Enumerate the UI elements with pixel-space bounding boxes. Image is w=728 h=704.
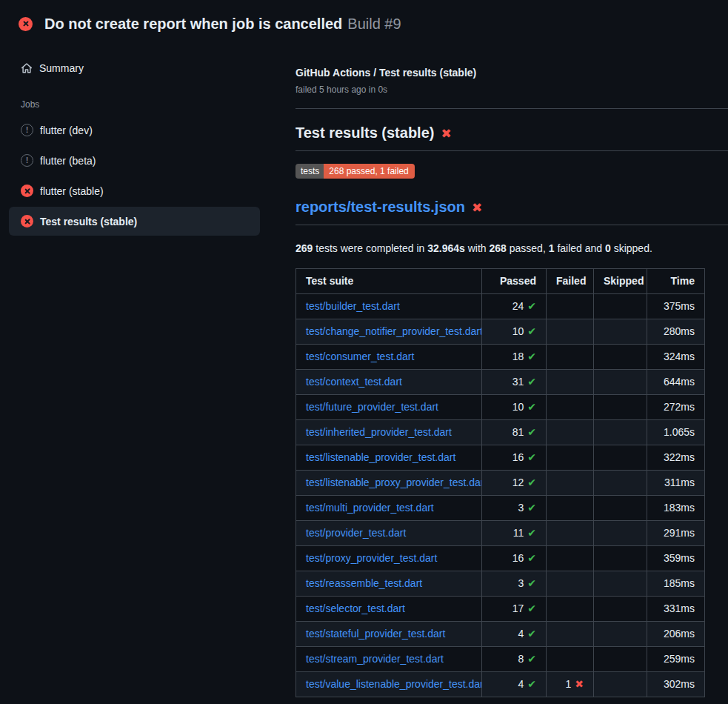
passed-count: 3: [518, 577, 524, 589]
passed-cell: 10✔: [482, 395, 547, 420]
table-row: test/reassemble_test.dart3✔185ms: [296, 571, 705, 597]
suite-link[interactable]: test/selector_test.dart: [306, 602, 405, 614]
cancelled-icon: !: [21, 124, 33, 136]
suite-link[interactable]: test/stream_provider_test.dart: [306, 653, 444, 665]
passed-cell: 16✔: [482, 546, 547, 571]
table-row: test/future_provider_test.dart10✔272ms: [296, 395, 705, 420]
time-cell: 291ms: [647, 521, 705, 546]
check-icon: ✔: [527, 602, 536, 614]
suite-link[interactable]: test/stateful_provider_test.dart: [306, 628, 445, 640]
passed-count: 24: [512, 300, 524, 312]
passed-count: 31: [512, 376, 524, 388]
skipped-cell: [594, 319, 647, 345]
run-status-line: failed 5 hours ago in 0s: [295, 84, 728, 96]
failed-cell: [547, 597, 594, 622]
suite-link[interactable]: test/change_notifier_provider_test.dart: [306, 325, 482, 337]
jobs-list: !flutter (dev)!flutter (beta)flutter (st…: [9, 116, 260, 236]
table-row: test/consumer_test.dart18✔324ms: [296, 345, 705, 370]
check-icon: ✔: [527, 527, 536, 539]
passed-cell: 24✔: [482, 294, 547, 319]
check-icon: ✔: [527, 451, 536, 463]
failed-count: 1: [565, 678, 571, 690]
skipped-cell: [594, 597, 647, 622]
time-cell: 331ms: [647, 597, 705, 622]
suite-link[interactable]: test/reassemble_test.dart: [306, 577, 422, 589]
skipped-cell: [594, 370, 647, 395]
suite-link[interactable]: test/future_provider_test.dart: [306, 401, 438, 413]
passed-count: 16: [512, 451, 524, 463]
suite-cell: test/stateful_provider_test.dart: [296, 622, 482, 647]
sidebar-item-flutter-stable[interactable]: flutter (stable): [9, 176, 260, 205]
passed-count: 8: [518, 653, 524, 665]
sidebar-item-flutter-beta[interactable]: !flutter (beta): [9, 146, 260, 175]
tests-badge: tests 268 passed, 1 failed: [295, 164, 415, 179]
table-row: test/proxy_provider_test.dart16✔359ms: [296, 546, 705, 571]
failed-cell: [547, 345, 594, 370]
failed-cell: [547, 647, 594, 672]
check-icon: ✔: [527, 552, 536, 564]
suite-cell: test/multi_provider_test.dart: [296, 496, 482, 521]
passed-cell: 81✔: [482, 420, 547, 445]
passed-cell: 12✔: [482, 471, 547, 496]
passed-cell: 16✔: [482, 445, 547, 471]
passed-cell: 3✔: [482, 571, 547, 597]
cancelled-icon: !: [21, 154, 33, 167]
passed-count: 3: [518, 502, 524, 514]
skipped-cell: [594, 294, 647, 319]
suite-link[interactable]: test/listenable_proxy_provider_test.dart: [306, 476, 482, 488]
suite-link[interactable]: test/value_listenable_provider_test.dart: [306, 678, 482, 690]
breadcrumb: GitHub Actions / Test results (stable): [295, 65, 728, 80]
check-icon: ✔: [527, 426, 536, 438]
check-icon: ✔: [527, 325, 536, 337]
table-row: test/multi_provider_test.dart3✔183ms: [296, 496, 705, 521]
summary-number: 0: [605, 242, 611, 254]
suite-cell: test/provider_test.dart: [296, 521, 482, 546]
summary-text: failed and: [555, 242, 606, 254]
suite-link[interactable]: test/proxy_provider_test.dart: [306, 552, 437, 564]
check-icon: ✔: [527, 351, 536, 362]
run-header: GitHub Actions / Test results (stable) f…: [295, 65, 728, 96]
summary-text: passed,: [507, 242, 549, 254]
column-header-failed: Failed: [547, 269, 594, 294]
suite-cell: test/future_provider_test.dart: [296, 395, 482, 420]
check-icon: ✔: [527, 628, 536, 640]
summary-line: 269 tests were completed in 32.964s with…: [295, 241, 728, 256]
sidebar-item-summary[interactable]: Summary: [9, 56, 260, 80]
suite-link[interactable]: test/listenable_provider_test.dart: [306, 451, 455, 463]
check-icon: ✔: [527, 376, 536, 388]
suite-link[interactable]: test/multi_provider_test.dart: [306, 502, 434, 514]
suite-cell: test/listenable_proxy_provider_test.dart: [296, 471, 482, 496]
sidebar-item-test-results-stable[interactable]: Test results (stable): [9, 207, 260, 236]
suite-cell: test/proxy_provider_test.dart: [296, 546, 482, 571]
check-icon: ✔: [527, 678, 536, 690]
test-results-table: Test suitePassedFailedSkippedTime test/b…: [295, 268, 705, 697]
suite-link[interactable]: test/context_test.dart: [306, 376, 402, 388]
jobs-section-heading: Jobs: [9, 99, 260, 110]
sidebar-item-flutter-dev[interactable]: !flutter (dev): [9, 116, 260, 145]
table-row: test/selector_test.dart17✔331ms: [296, 597, 705, 622]
suite-cell: test/consumer_test.dart: [296, 345, 482, 370]
time-cell: 302ms: [647, 672, 705, 697]
report-file-link[interactable]: reports/test-results.json: [295, 199, 465, 215]
suite-link[interactable]: test/consumer_test.dart: [306, 351, 414, 362]
suite-link[interactable]: test/inherited_provider_test.dart: [306, 426, 452, 438]
skipped-cell: [594, 420, 647, 445]
time-cell: 324ms: [647, 345, 705, 370]
x-circle-icon: [21, 215, 33, 228]
column-header-test-suite: Test suite: [296, 269, 482, 294]
passed-count: 16: [512, 552, 524, 564]
passed-cell: 3✔: [482, 496, 547, 521]
suite-cell: test/stream_provider_test.dart: [296, 647, 482, 672]
summary-number: 32.964s: [427, 242, 465, 254]
skipped-cell: [594, 445, 647, 471]
check-icon: ✔: [527, 476, 536, 488]
failed-x-icon: ✖: [441, 127, 451, 141]
suite-link[interactable]: test/builder_test.dart: [306, 300, 400, 312]
time-cell: 311ms: [647, 471, 705, 496]
passed-cell: 8✔: [482, 647, 547, 672]
sidebar-summary-label: Summary: [39, 62, 84, 74]
passed-cell: 31✔: [482, 370, 547, 395]
suite-link[interactable]: test/provider_test.dart: [306, 527, 406, 539]
job-label: flutter (beta): [40, 155, 96, 167]
table-row: test/stream_provider_test.dart8✔259ms: [296, 647, 705, 672]
